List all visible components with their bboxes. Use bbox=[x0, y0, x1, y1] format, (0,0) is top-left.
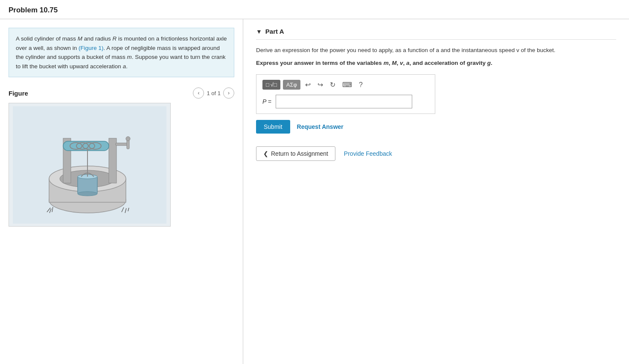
return-chevron-icon: ❮ bbox=[263, 150, 268, 157]
help-button[interactable]: ? bbox=[357, 80, 365, 90]
figure-nav: ‹ 1 of 1 › bbox=[193, 87, 234, 99]
var-R: R bbox=[113, 35, 117, 42]
svg-rect-6 bbox=[109, 138, 116, 183]
problem-description: A solid cylinder of mass M and radius R … bbox=[9, 28, 234, 77]
svg-rect-16 bbox=[78, 177, 97, 194]
figure-section: Figure ‹ 1 of 1 › bbox=[9, 87, 234, 227]
next-figure-button[interactable]: › bbox=[223, 87, 234, 99]
part-question: Derive an expression for the power you n… bbox=[256, 46, 616, 55]
problem-title: Problem 10.75 bbox=[9, 6, 58, 14]
request-answer-link[interactable]: Request Answer bbox=[297, 123, 344, 130]
formula-button[interactable]: □ √□ bbox=[262, 80, 280, 90]
var-M: M bbox=[78, 35, 82, 42]
symbol-button[interactable]: ΑΣφ bbox=[283, 80, 300, 90]
svg-point-14 bbox=[126, 137, 130, 141]
refresh-button[interactable]: ↻ bbox=[328, 80, 338, 90]
action-row: Submit Request Answer bbox=[256, 120, 616, 134]
provide-feedback-link[interactable]: Provide Feedback bbox=[344, 150, 392, 157]
svg-point-17 bbox=[78, 192, 97, 196]
part-header: ▼ Part A bbox=[256, 28, 616, 40]
figure-title: Figure bbox=[9, 90, 28, 97]
page-indicator: 1 of 1 bbox=[207, 90, 221, 96]
problem-header: Problem 10.75 bbox=[0, 0, 629, 19]
main-content: A solid cylinder of mass M and radius R … bbox=[0, 19, 629, 364]
left-panel: A solid cylinder of mass M and radius R … bbox=[0, 19, 243, 364]
submit-button[interactable]: Submit bbox=[256, 120, 290, 134]
formula-sqrt-icon: √□ bbox=[271, 82, 277, 88]
symbol-label: ΑΣφ bbox=[286, 82, 297, 88]
right-panel: ▼ Part A Derive an expression for the po… bbox=[243, 19, 629, 364]
return-label: Return to Assignment bbox=[271, 150, 328, 157]
part-label: Part A bbox=[265, 28, 284, 35]
math-variable-label: P = bbox=[262, 98, 271, 105]
collapse-arrow-icon[interactable]: ▼ bbox=[256, 28, 262, 35]
figure-link[interactable]: (Figure 1) bbox=[79, 45, 104, 51]
math-toolbar: □ √□ ΑΣφ ↩ ↪ ↻ ⌨ ? bbox=[262, 80, 429, 90]
return-to-assignment-button[interactable]: ❮ Return to Assignment bbox=[256, 146, 335, 161]
figure-header: Figure ‹ 1 of 1 › bbox=[9, 87, 234, 99]
bottom-actions: ❮ Return to Assignment Provide Feedback bbox=[256, 146, 616, 161]
math-input-row: P = bbox=[262, 95, 429, 108]
redo-button[interactable]: ↪ bbox=[315, 80, 325, 90]
figure-image bbox=[9, 103, 171, 227]
formula-icon: □ bbox=[266, 82, 269, 88]
var-a: a bbox=[123, 63, 126, 70]
math-answer-input[interactable] bbox=[276, 95, 412, 108]
var-m: m bbox=[127, 54, 131, 60]
page-container: Problem 10.75 A solid cylinder of mass M… bbox=[0, 0, 629, 364]
math-editor-box: □ √□ ΑΣφ ↩ ↪ ↻ ⌨ ? P = bbox=[256, 74, 435, 114]
undo-button[interactable]: ↩ bbox=[303, 80, 313, 90]
well-svg bbox=[13, 106, 166, 224]
keyboard-button[interactable]: ⌨ bbox=[340, 80, 354, 90]
part-instruction: Express your answer in terms of the vari… bbox=[256, 58, 616, 68]
prev-figure-button[interactable]: ‹ bbox=[193, 87, 204, 99]
